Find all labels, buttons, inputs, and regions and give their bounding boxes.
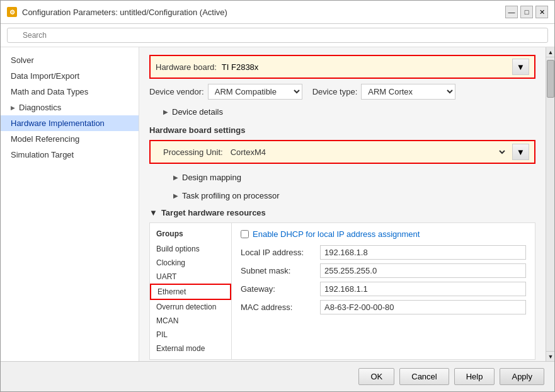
ethernet-content: Enable DHCP for local IP address assignm… — [232, 223, 535, 359]
local-ip-label: Local IP address: — [241, 248, 316, 257]
title-controls: — □ ✕ — [505, 6, 548, 18]
main-area: Solver Data Import/Export Math and Data … — [1, 47, 554, 361]
group-item-pil[interactable]: PIL — [150, 328, 231, 342]
device-type-select[interactable]: ARM Cortex — [361, 84, 455, 100]
hardware-board-row: Hardware board: ▼ — [149, 55, 535, 79]
processing-unit-label: Processing Unit: — [163, 147, 223, 157]
dhcp-checkbox-row: Enable DHCP for local IP address assignm… — [241, 229, 526, 239]
content-panel: Hardware board: ▼ Device vendor: ARM Com… — [139, 47, 546, 361]
close-button[interactable]: ✕ — [535, 6, 548, 18]
processing-unit-row: Processing Unit: CortexM4 ▼ — [149, 140, 535, 164]
cancel-button[interactable]: Cancel — [399, 368, 449, 385]
device-type-field: Device type: ARM Cortex — [312, 84, 456, 100]
subnet-mask-input[interactable] — [320, 263, 526, 278]
design-mapping-label: Design mapping — [182, 173, 241, 182]
scrollbar-down-button[interactable]: ▼ — [546, 351, 554, 361]
device-details-label: Device details — [172, 107, 223, 117]
sidebar-label-diagnostics: Diagnostics — [19, 103, 61, 112]
task-profiling-section: ▶ Task profiling on processor — [149, 188, 535, 203]
resources-panel: Groups Build options Clocking UART Ether… — [149, 222, 535, 360]
sidebar-item-data-import-export[interactable]: Data Import/Export — [1, 68, 139, 84]
ok-button[interactable]: OK — [358, 368, 394, 385]
gateway-label: Gateway: — [241, 284, 316, 294]
target-resources-arrow: ▼ — [149, 208, 157, 217]
groups-title: Groups — [150, 227, 231, 242]
minimize-button[interactable]: — — [505, 6, 518, 18]
scrollbar-thumb[interactable] — [547, 60, 554, 98]
sidebar-label-hardware-implementation: Hardware Implementation — [11, 118, 105, 128]
sidebar-label-model-referencing: Model Referencing — [11, 134, 79, 144]
device-details-header[interactable]: ▶ Device details — [162, 105, 535, 119]
gateway-input[interactable] — [320, 282, 526, 296]
search-input[interactable] — [7, 28, 548, 43]
window-title: Configuration Parameters: untitled/Confi… — [22, 8, 227, 17]
local-ip-input[interactable] — [320, 245, 526, 260]
task-profiling-label: Task profiling on processor — [182, 191, 280, 200]
device-vendor-select[interactable]: ARM Compatible — [208, 84, 302, 100]
dhcp-label: Enable DHCP for local IP address assignm… — [253, 229, 420, 239]
processing-unit-dropdown[interactable]: ▼ — [512, 144, 529, 160]
window-icon: ⚙ — [7, 7, 17, 17]
sidebar-item-solver[interactable]: Solver — [1, 52, 139, 68]
help-button[interactable]: Help — [454, 368, 495, 385]
scrollbar-up-button[interactable]: ▲ — [546, 47, 554, 57]
sidebar-item-model-referencing[interactable]: Model Referencing — [1, 131, 139, 147]
group-item-external-mode[interactable]: External mode — [150, 342, 231, 355]
design-mapping-header[interactable]: ▶ Design mapping — [172, 170, 535, 185]
processing-unit-select[interactable]: CortexM4 — [228, 147, 507, 158]
groups-panel: Groups Build options Clocking UART Ether… — [150, 223, 232, 359]
group-item-build-options[interactable]: Build options — [150, 242, 231, 256]
design-mapping-arrow: ▶ — [173, 174, 178, 181]
search-bar: 🔍 — [1, 24, 554, 47]
sidebar-label-math-data-types: Math and Data Types — [11, 87, 88, 96]
group-item-ethernet[interactable]: Ethernet — [150, 284, 231, 300]
task-profiling-header[interactable]: ▶ Task profiling on processor — [172, 188, 535, 203]
hardware-board-input[interactable] — [222, 62, 507, 72]
apply-button[interactable]: Apply — [500, 368, 544, 385]
device-vendor-label: Device vendor: — [149, 87, 204, 96]
group-item-mcan[interactable]: MCAN — [150, 314, 231, 328]
title-bar-left: ⚙ Configuration Parameters: untitled/Con… — [7, 7, 227, 17]
device-type-label: Device type: — [312, 87, 358, 96]
dhcp-checkbox[interactable] — [241, 230, 249, 238]
bottom-bar: OK Cancel Help Apply — [1, 361, 554, 391]
subnet-mask-label: Subnet mask: — [241, 266, 316, 275]
hardware-board-label: Hardware board: — [156, 62, 217, 72]
device-vendor-row: Device vendor: ARM Compatible Device typ… — [149, 84, 535, 100]
scrollbar: ▲ ▼ — [546, 47, 554, 361]
sidebar-label-data-import-export: Data Import/Export — [11, 71, 79, 81]
target-resources-header[interactable]: ▼ Target hardware resources — [149, 208, 535, 217]
device-details-section: ▶ Device details — [149, 105, 535, 119]
mac-row: MAC address: — [241, 300, 526, 314]
gateway-row: Gateway: — [241, 282, 526, 296]
group-item-clocking[interactable]: Clocking — [150, 256, 231, 270]
sidebar-label-solver: Solver — [11, 55, 34, 65]
hardware-board-dropdown[interactable]: ▼ — [512, 59, 529, 75]
sidebar-item-simulation-target[interactable]: Simulation Target — [1, 147, 139, 163]
search-wrapper: 🔍 — [7, 28, 548, 43]
mac-label: MAC address: — [241, 303, 316, 312]
mac-input[interactable] — [320, 300, 526, 314]
subnet-mask-row: Subnet mask: — [241, 263, 526, 278]
device-vendor-field: Device vendor: ARM Compatible — [149, 84, 302, 100]
sidebar-item-math-data-types[interactable]: Math and Data Types — [1, 84, 139, 100]
sidebar-label-simulation-target: Simulation Target — [11, 150, 74, 159]
group-item-overrun-detection[interactable]: Overrun detection — [150, 300, 231, 314]
sidebar-item-diagnostics[interactable]: Diagnostics — [1, 100, 139, 115]
local-ip-row: Local IP address: — [241, 245, 526, 260]
main-window: ⚙ Configuration Parameters: untitled/Con… — [0, 0, 555, 392]
target-resources-label: Target hardware resources — [161, 208, 266, 217]
sidebar: Solver Data Import/Export Math and Data … — [1, 47, 139, 361]
group-item-uart[interactable]: UART — [150, 270, 231, 284]
title-bar: ⚙ Configuration Parameters: untitled/Con… — [1, 1, 554, 24]
task-profiling-arrow: ▶ — [173, 192, 178, 199]
sidebar-item-hardware-implementation[interactable]: Hardware Implementation — [1, 115, 139, 131]
target-resources-section: ▼ Target hardware resources Groups Build… — [149, 208, 535, 360]
hardware-board-settings-title: Hardware board settings — [149, 125, 535, 135]
design-mapping-section: ▶ Design mapping — [149, 170, 535, 185]
device-details-arrow: ▶ — [163, 108, 168, 115]
maximize-button[interactable]: □ — [520, 6, 533, 18]
